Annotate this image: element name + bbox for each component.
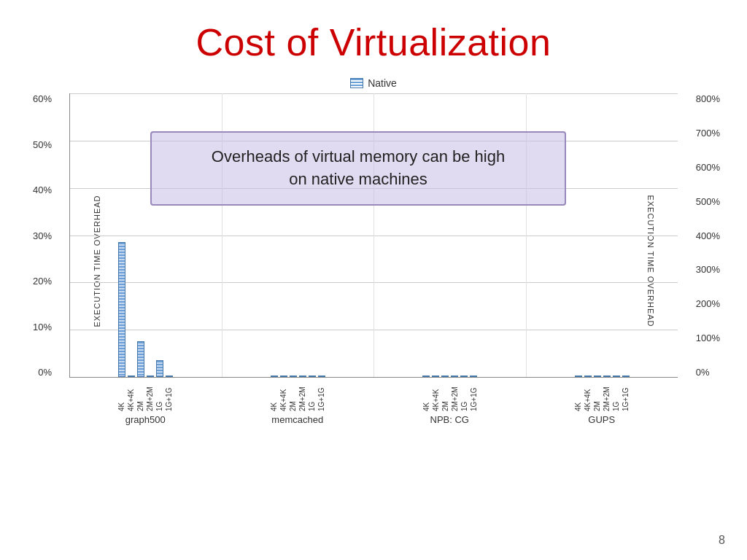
x-label-graph500-1g1g: 1G+1G bbox=[166, 381, 173, 411]
bar-memcached-1g1g bbox=[318, 376, 325, 377]
bar-gups-4k bbox=[575, 376, 582, 377]
bar-group-graph500 bbox=[118, 242, 173, 377]
annotation-line1: Overheads of virtual memory can be high bbox=[212, 147, 505, 166]
bar-memcached-4k bbox=[271, 376, 278, 377]
x-label-npbcg-2m2m: 2M+2M bbox=[451, 381, 458, 411]
bar-group-memcached bbox=[271, 376, 325, 377]
bar-gups-1g bbox=[613, 376, 620, 377]
legend-icon-native bbox=[350, 78, 363, 88]
page-number: 8 bbox=[719, 534, 725, 547]
y-label-right-800: 800% bbox=[696, 93, 720, 104]
y-label-right-0: 0% bbox=[696, 367, 710, 378]
legend-label-native: Native bbox=[368, 77, 397, 89]
x-label-graph500-1g: 1G bbox=[156, 381, 163, 411]
benchmark-name-gups: GUPS bbox=[588, 414, 615, 425]
x-label-gups-2m: 2M bbox=[593, 381, 600, 411]
bar-gups-2m bbox=[594, 376, 601, 377]
x-label-memcached-1g: 1G bbox=[308, 381, 315, 411]
y-label-right-700: 700% bbox=[696, 128, 720, 139]
y-label-left-20: 20% bbox=[33, 276, 52, 287]
y-label-right-500: 500% bbox=[696, 196, 720, 207]
bar-memcached-2m bbox=[290, 376, 297, 377]
bar-memcached-2m2m bbox=[299, 376, 306, 377]
y-label-right-300: 300% bbox=[696, 264, 720, 275]
x-label-memcached-1g1g: 1G+1G bbox=[317, 381, 325, 411]
annotation-box: Overheads of virtual memory can be high … bbox=[150, 131, 566, 206]
x-label-graph500-2m2m: 2M+2M bbox=[147, 381, 154, 411]
bar-memcached-1g bbox=[309, 376, 316, 377]
y-label-right-600: 600% bbox=[696, 162, 720, 173]
slide-title: Cost of Virtualization bbox=[0, 0, 747, 64]
bar-npbcg-2m2m bbox=[451, 376, 458, 377]
chart-legend: Native bbox=[0, 77, 747, 89]
bar-npbcg-1g bbox=[460, 376, 468, 377]
bar-graph500-1g bbox=[156, 360, 163, 377]
y-label-left-0: 0% bbox=[38, 367, 52, 378]
bar-group-gups bbox=[575, 376, 630, 377]
y-label-left-50: 50% bbox=[33, 139, 52, 150]
x-label-memcached-2m2m: 2M+2M bbox=[298, 381, 306, 411]
bar-graph500-4k4k bbox=[128, 376, 135, 377]
x-label-gups-4k4k: 4K+4K bbox=[584, 381, 591, 411]
x-label-memcached-2m: 2M bbox=[289, 381, 296, 411]
benchmark-name-npbcg: NPB: CG bbox=[430, 414, 469, 425]
bar-gups-2m2m bbox=[603, 376, 611, 377]
x-label-npbcg-1g: 1G bbox=[460, 381, 468, 411]
y-label-left-10: 10% bbox=[33, 322, 52, 332]
bar-npbcg-2m bbox=[441, 376, 449, 377]
y-label-left-60: 60% bbox=[33, 93, 52, 104]
benchmark-name-memcached: memcached bbox=[271, 414, 323, 425]
annotation-line2: on native machines bbox=[289, 170, 427, 188]
x-label-npbcg-1g1g: 1G+1G bbox=[470, 381, 477, 411]
slide: Cost of Virtualization Native EXECUTION … bbox=[0, 0, 747, 560]
bar-gups-4k4k bbox=[584, 376, 592, 377]
bar-gups-1g1g bbox=[622, 376, 630, 377]
bar-npbcg-1g1g bbox=[470, 376, 477, 377]
benchmark-name-graph500: graph500 bbox=[125, 414, 166, 425]
bar-npbcg-4k bbox=[422, 376, 430, 377]
bar-group-npbcg bbox=[422, 376, 477, 377]
bar-npbcg-4k4k bbox=[432, 376, 439, 377]
x-label-npbcg-2m: 2M bbox=[441, 381, 449, 411]
x-label-npbcg-4k: 4K bbox=[422, 381, 430, 411]
y-label-left-30: 30% bbox=[33, 230, 52, 241]
bar-graph500-1g1g bbox=[166, 376, 173, 377]
bar-graph500-2m2m bbox=[147, 376, 154, 377]
bar-graph500-4k bbox=[118, 242, 125, 377]
x-label-gups-4k: 4K bbox=[574, 381, 581, 411]
x-label-gups-1g1g: 1G+1G bbox=[622, 381, 629, 411]
y-label-right-400: 400% bbox=[696, 230, 720, 241]
bar-graph500-2m bbox=[137, 341, 144, 377]
x-label-gups-1g: 1G bbox=[612, 381, 619, 411]
x-label-graph500-2m: 2M bbox=[137, 381, 144, 411]
bar-memcached-4k4k bbox=[280, 376, 287, 377]
x-label-npbcg-4k4k: 4K+4K bbox=[432, 381, 439, 411]
x-label-memcached-4k: 4K bbox=[270, 381, 277, 411]
x-label-memcached-4k4k: 4K+4K bbox=[279, 381, 287, 411]
y-label-right-200: 200% bbox=[696, 298, 720, 309]
y-label-right-100: 100% bbox=[696, 332, 720, 343]
x-label-graph500-4k4k: 4K+4K bbox=[128, 381, 135, 411]
x-label-graph500-4k: 4K bbox=[118, 381, 125, 411]
y-label-left-40: 40% bbox=[33, 184, 52, 195]
x-label-gups-2m2m: 2M+2M bbox=[603, 381, 610, 411]
